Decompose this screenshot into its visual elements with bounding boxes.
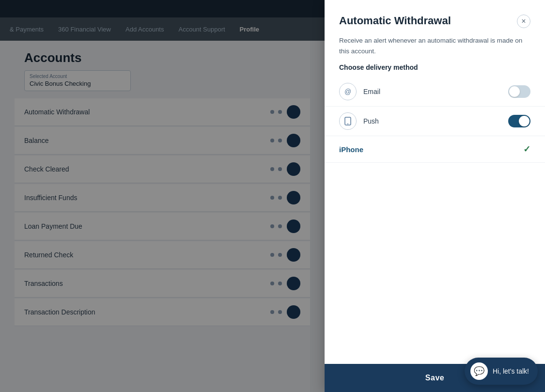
push-toggle-knob	[519, 116, 529, 126]
modal-header: Automatic Withdrawal ×	[325, 0, 545, 28]
save-button[interactable]: Save	[425, 374, 444, 382]
chat-bubble-icon: 💬	[470, 362, 488, 380]
modal-title: Automatic Withdrawal	[339, 15, 451, 27]
email-toggle-knob	[509, 86, 520, 97]
delivery-method-push: Push	[325, 107, 545, 136]
chat-widget[interactable]: 💬 Hi, let's talk!	[465, 358, 538, 385]
email-label: Email	[363, 88, 501, 95]
modal-close-button[interactable]: ×	[517, 15, 530, 28]
device-name: iPhone	[339, 145, 523, 154]
delivery-section-label: Choose delivery method	[325, 63, 545, 77]
automatic-withdrawal-modal: Automatic Withdrawal × Receive an alert …	[325, 0, 545, 392]
email-toggle[interactable]	[508, 85, 530, 98]
push-icon	[339, 112, 357, 130]
mobile-icon	[344, 117, 352, 125]
device-selected-checkmark-icon: ✓	[523, 144, 530, 155]
chat-text: Hi, let's talk!	[493, 367, 529, 375]
at-symbol: @	[344, 88, 351, 95]
push-label: Push	[363, 117, 501, 125]
delivery-method-email: @ Email	[325, 77, 545, 107]
svg-point-1	[347, 124, 348, 125]
push-toggle[interactable]	[508, 115, 530, 127]
email-icon: @	[339, 83, 357, 100]
device-iphone[interactable]: iPhone ✓	[325, 136, 545, 163]
modal-description: Receive an alert whenever an automatic w…	[325, 28, 545, 63]
